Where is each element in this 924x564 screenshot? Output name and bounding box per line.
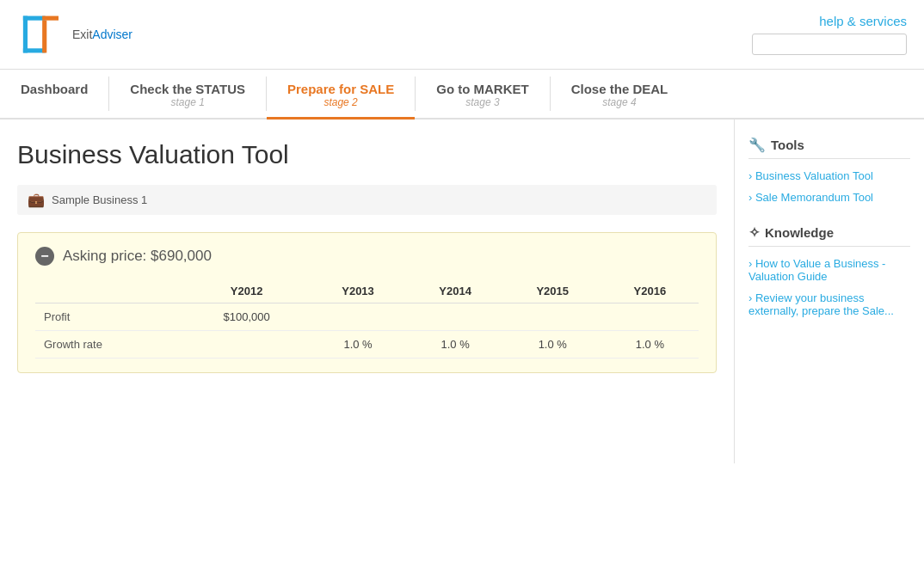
smt-link-text: Sale Memorandum Tool xyxy=(755,191,873,204)
sidebar-tools-section: 🔧 Tools Business Valuation Tool Sale Mem… xyxy=(748,137,910,204)
growth-y2016: 1.0 % xyxy=(601,331,699,359)
logo-adviser: Adviser xyxy=(92,28,132,41)
profit-y2013 xyxy=(309,303,406,331)
search-input[interactable] xyxy=(752,34,907,55)
page-title: Business Valuation Tool xyxy=(17,140,717,169)
knowledge-section-title: ✧ Knowledge xyxy=(748,224,910,247)
nav-label-prepare-sale: Prepare for SALE xyxy=(287,82,394,96)
nav-item-go-market[interactable]: Go to MARKET stage 3 xyxy=(416,71,549,120)
tools-section-title: 🔧 Tools xyxy=(748,137,910,159)
knowledge-link-2-text: Review your business externally, prepare… xyxy=(748,291,894,317)
smt-link[interactable]: Sale Memorandum Tool xyxy=(748,191,910,204)
table-row: Profit $100,000 xyxy=(35,303,699,331)
content-area: Business Valuation Tool 💼 Sample Busines… xyxy=(0,120,735,463)
row-label-growth: Growth rate xyxy=(35,331,184,359)
growth-y2014: 1.0 % xyxy=(407,331,504,359)
knowledge-link-1-text: How to Value a Business - Valuation Guid… xyxy=(748,257,885,283)
nav-stage-3: stage 3 xyxy=(436,96,528,108)
logo: ExitAdviser xyxy=(17,9,132,60)
col-header-y2012: Y2012 xyxy=(184,279,310,303)
svg-rect-3 xyxy=(42,21,46,53)
svg-rect-1 xyxy=(23,16,46,21)
nav-label-go-market: Go to MARKET xyxy=(436,82,528,96)
svg-rect-4 xyxy=(42,16,59,21)
logo-text: ExitAdviser xyxy=(72,28,132,41)
table-row: Growth rate 1.0 % 1.0 % 1.0 % 1.0 % xyxy=(35,331,699,359)
profit-y2016 xyxy=(601,303,699,331)
asking-price-label: Asking price: $690,000 xyxy=(63,248,212,265)
row-label-profit: Profit xyxy=(35,303,184,331)
business-selector[interactable]: 💼 Sample Business 1 xyxy=(17,185,717,215)
col-header-label xyxy=(35,279,184,303)
col-header-y2014: Y2014 xyxy=(407,279,504,303)
profit-y2014 xyxy=(407,303,504,331)
col-header-y2013: Y2013 xyxy=(309,279,406,303)
main-nav: Dashboard Check the STATUS stage 1 Prepa… xyxy=(0,70,924,120)
asking-price-row: − Asking price: $690,000 xyxy=(35,247,699,266)
nav-item-dashboard[interactable]: Dashboard xyxy=(0,71,108,120)
nav-label-close-deal: Close the DEAL xyxy=(571,82,668,96)
nav-stage-2: stage 2 xyxy=(287,96,394,108)
bvt-link-text: Business Valuation Tool xyxy=(755,169,873,182)
knowledge-link-1[interactable]: How to Value a Business - Valuation Guid… xyxy=(748,257,910,283)
knowledge-link-2[interactable]: Review your business externally, prepare… xyxy=(748,291,910,317)
valuation-table: Y2012 Y2013 Y2014 Y2015 Y2016 Profit $10… xyxy=(35,279,699,359)
sidebar: 🔧 Tools Business Valuation Tool Sale Mem… xyxy=(735,120,924,463)
logo-exit: Exit xyxy=(72,28,92,41)
nav-label-check-status: Check the STATUS xyxy=(130,82,245,96)
briefcase-icon: 💼 xyxy=(28,192,45,208)
nav-stage-1: stage 1 xyxy=(130,96,245,108)
growth-y2013: 1.0 % xyxy=(309,331,406,359)
help-services-link[interactable]: help & services xyxy=(819,14,907,28)
nav-item-close-deal[interactable]: Close the DEAL stage 4 xyxy=(551,71,689,120)
logo-icon xyxy=(17,9,69,60)
svg-rect-0 xyxy=(23,16,28,53)
nav-item-check-status[interactable]: Check the STATUS stage 1 xyxy=(109,71,266,120)
header-right: help & services xyxy=(752,14,907,55)
lightbulb-icon: ✧ xyxy=(748,224,760,241)
profit-y2012: $100,000 xyxy=(184,303,310,331)
header: ExitAdviser help & services xyxy=(0,0,924,70)
tools-title: Tools xyxy=(771,138,804,152)
growth-y2015: 1.0 % xyxy=(504,331,601,359)
col-header-y2016: Y2016 xyxy=(601,279,699,303)
bvt-link[interactable]: Business Valuation Tool xyxy=(748,169,910,182)
nav-item-prepare-sale[interactable]: Prepare for SALE stage 2 xyxy=(267,71,415,120)
business-name: Sample Business 1 xyxy=(52,193,147,206)
collapse-button[interactable]: − xyxy=(35,247,54,266)
main-layout: Business Valuation Tool 💼 Sample Busines… xyxy=(0,120,924,463)
knowledge-title: Knowledge xyxy=(765,225,834,240)
nav-stage-4: stage 4 xyxy=(571,96,668,108)
nav-label-dashboard: Dashboard xyxy=(21,82,88,96)
valuation-box: − Asking price: $690,000 Y2012 Y2013 Y20… xyxy=(17,232,717,373)
col-header-y2015: Y2015 xyxy=(504,279,601,303)
wrench-icon: 🔧 xyxy=(748,137,766,153)
svg-rect-2 xyxy=(23,48,46,52)
profit-y2015 xyxy=(504,303,601,331)
sidebar-knowledge-section: ✧ Knowledge How to Value a Business - Va… xyxy=(748,224,910,317)
growth-y2012 xyxy=(184,331,310,359)
